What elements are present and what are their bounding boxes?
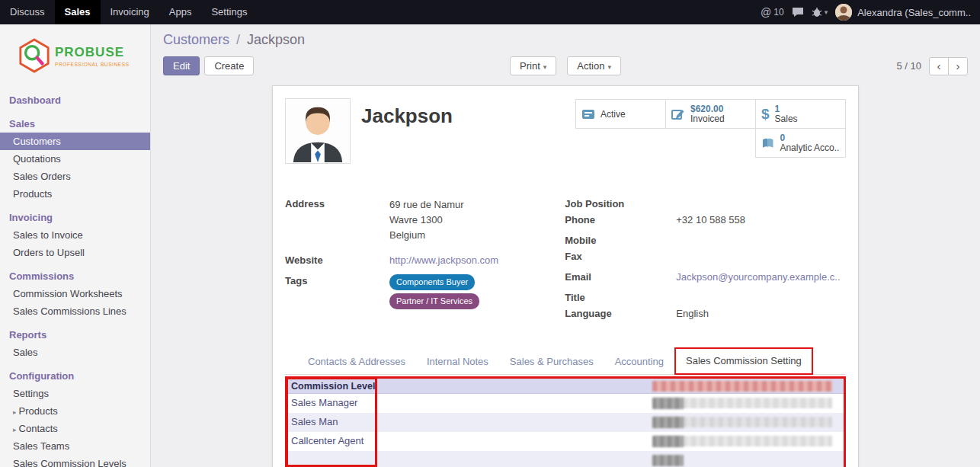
column-header-commission-level: Commission Level <box>287 379 376 392</box>
app-logo: PROBUSE PROFESSIONAL BUSINESS <box>0 24 150 85</box>
logo-subtitle: PROFESSIONAL BUSINESS <box>55 62 130 67</box>
sidebar-heading-commissions[interactable]: Commissions <box>0 267 150 285</box>
sidebar-item-config-products[interactable]: ▸Products <box>0 402 150 420</box>
analytic-label: Analytic Acco... <box>780 143 840 153</box>
address-street: 69 rue de Namur <box>389 197 464 213</box>
sidebar-item-label: Products <box>19 405 58 417</box>
table-row-sales-man[interactable]: Sales Man <box>287 413 844 432</box>
address-country: Belgium <box>389 228 464 243</box>
book-icon <box>761 137 774 149</box>
edit-button[interactable]: Edit <box>163 56 200 75</box>
tab-contacts-addresses[interactable]: Contacts & Addresses <box>297 349 416 374</box>
mobile-label: Mobile <box>565 234 676 247</box>
print-dropdown-button[interactable]: Print▾ <box>510 56 556 75</box>
email-link[interactable]: Jackpson@yourcompany.example.c.. <box>676 271 840 283</box>
sidebar-heading-dashboard[interactable]: Dashboard <box>0 91 150 109</box>
sidebar-item-products[interactable]: Products <box>0 185 150 203</box>
debug-menu-button[interactable]: ▾ <box>812 8 828 18</box>
sidebar-item-sales-teams[interactable]: Sales Teams <box>0 437 150 455</box>
sidebar-heading-configuration[interactable]: Configuration <box>0 367 150 385</box>
field-column-left: Address 69 rue de Namur Wavre 1300 Belgi… <box>285 197 554 323</box>
commission-level-cell <box>287 459 291 462</box>
tab-internal-notes[interactable]: Internal Notes <box>416 349 499 374</box>
probuse-logo-icon <box>18 38 50 73</box>
field-grid: Address 69 rue de Namur Wavre 1300 Belgi… <box>285 197 846 323</box>
table-row-empty[interactable] <box>287 451 844 467</box>
user-menu[interactable]: Alexandra (Sales_comm.. <box>835 4 971 21</box>
pager-next-button[interactable]: › <box>948 57 968 75</box>
analytic-stat-button[interactable]: 0 Analytic Acco... <box>755 128 846 158</box>
sales-stat-button[interactable]: $ 1 Sales <box>755 99 846 129</box>
sidebar-item-sales-to-invoice[interactable]: Sales to Invoice <box>0 226 150 244</box>
bug-icon <box>812 8 822 18</box>
sidebar-item-label: Contacts <box>19 423 58 434</box>
commission-level-cell: Sales Manager <box>287 394 357 408</box>
sidebar-item-settings[interactable]: Settings <box>0 385 150 402</box>
sidebar-item-sales-commissions-lines[interactable]: Sales Commissions Lines <box>0 302 150 320</box>
chevron-down-icon: ▾ <box>607 63 611 71</box>
user-avatar <box>835 4 852 21</box>
sidebar-item-sales-commission-levels[interactable]: Sales Commission Levels <box>0 455 150 467</box>
sidebar-heading-sales[interactable]: Sales <box>0 115 150 133</box>
pager-counter: 5 / 10 <box>896 60 921 72</box>
top-navbar: Discuss Sales Invoicing Apps Settings @ … <box>0 0 980 24</box>
sidebar-item-commission-worksheets[interactable]: Commission Worksheets <box>0 285 150 302</box>
website-link[interactable]: http://www.jackpson.com <box>389 254 498 266</box>
mention-count-badge: 10 <box>773 7 783 18</box>
sidebar-heading-invoicing[interactable]: Invoicing <box>0 209 150 226</box>
create-button[interactable]: Create <box>204 56 254 75</box>
invoiced-stat-button[interactable]: $620.00 Invoiced <box>665 99 756 129</box>
pager-previous-button[interactable]: ‹ <box>929 57 949 75</box>
commission-level-cell: Callcenter Agent <box>287 432 363 446</box>
sidebar-item-quotations[interactable]: Quotations <box>0 150 150 168</box>
form-sheet: Jackpson Active $620.00 Invoiced <box>272 85 859 467</box>
action-button-group: Print▾ Action▾ <box>510 56 621 75</box>
sidebar-item-sales-orders[interactable]: Sales Orders <box>0 168 150 185</box>
main-content: Customers / Jackpson Edit Create Print▾ … <box>151 24 980 467</box>
mentions-button[interactable]: @ 10 <box>761 6 784 18</box>
website-label: Website <box>285 254 389 267</box>
submenu-arrow-icon: ▸ <box>13 426 17 433</box>
job-position-label: Job Position <box>565 197 676 210</box>
table-row-sales-manager[interactable]: Sales Manager <box>287 394 844 413</box>
control-panel: Customers / Jackpson Edit Create Print▾ … <box>151 24 980 82</box>
sidebar-heading-reports[interactable]: Reports <box>0 326 150 344</box>
sidebar-item-orders-to-upsell[interactable]: Orders to Upsell <box>0 244 150 261</box>
menu-invoicing[interactable]: Invoicing <box>101 0 159 24</box>
redacted-cell <box>652 417 684 428</box>
action-label: Action <box>577 60 604 72</box>
active-stat-button[interactable]: Active <box>575 99 666 129</box>
submenu-arrow-icon: ▸ <box>13 408 17 416</box>
tab-sales-commission-setting[interactable]: Sales Commission Setting <box>674 347 813 375</box>
address-field: Address 69 rue de Namur Wavre 1300 Belgi… <box>285 197 554 243</box>
chevron-down-icon: ▾ <box>543 63 547 71</box>
fax-label: Fax <box>565 250 676 263</box>
mobile-field: Mobile <box>565 234 846 247</box>
messages-button[interactable] <box>792 7 804 18</box>
email-field: Email Jackpson@yourcompany.example.c.. <box>565 270 846 283</box>
language-field: Language English <box>565 307 846 320</box>
language-label: Language <box>565 307 676 320</box>
sales-count: 1 <box>775 104 798 114</box>
table-header-row: Commission Level <box>287 379 844 394</box>
sidebar-item-config-contacts[interactable]: ▸Contacts <box>0 420 150 437</box>
title-label: Title <box>565 291 676 304</box>
phone-field: Phone +32 10 588 558 <box>565 213 846 226</box>
analytic-count: 0 <box>780 133 840 143</box>
menu-discuss[interactable]: Discuss <box>0 0 55 24</box>
commission-levels-table: Commission Level Sales Manager Sales Man <box>287 379 844 467</box>
stat-buttons: Active $620.00 Invoiced $ <box>576 100 846 158</box>
table-row-callcenter-agent[interactable]: Callcenter Agent <box>287 432 844 451</box>
breadcrumb: Customers / Jackpson <box>163 32 968 48</box>
action-dropdown-button[interactable]: Action▾ <box>567 56 621 75</box>
tab-accounting[interactable]: Accounting <box>604 349 674 374</box>
breadcrumb-customers-link[interactable]: Customers <box>163 32 229 47</box>
field-column-right: Job Position Phone +32 10 588 558 Mobile <box>554 197 846 323</box>
menu-sales[interactable]: Sales <box>55 0 101 24</box>
sidebar-item-reports-sales[interactable]: Sales <box>0 344 150 361</box>
tab-sales-purchases[interactable]: Sales & Purchases <box>499 349 604 374</box>
sidebar-item-customers[interactable]: Customers <box>0 133 150 150</box>
address-city: Wavre 1300 <box>389 213 464 228</box>
menu-settings[interactable]: Settings <box>201 0 257 24</box>
menu-apps[interactable]: Apps <box>159 0 202 24</box>
